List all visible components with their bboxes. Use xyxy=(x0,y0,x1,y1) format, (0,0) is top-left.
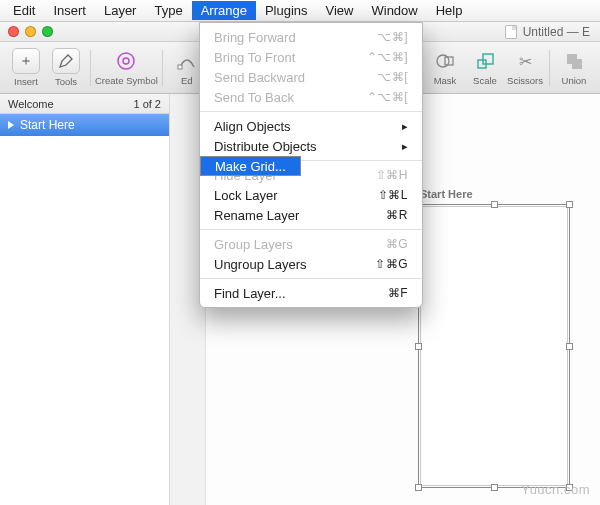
resize-handle-s[interactable] xyxy=(491,484,498,491)
svg-point-1 xyxy=(123,58,129,64)
menu-send-backward[interactable]: Send Backward⌥⌘[ xyxy=(200,67,422,87)
menu-view[interactable]: View xyxy=(317,1,363,20)
menu-align-objects[interactable]: Align Objects xyxy=(200,116,422,136)
mask-tool[interactable]: Mask xyxy=(425,44,465,92)
menu-arrange[interactable]: Arrange xyxy=(192,1,256,20)
menu-bring-to-front[interactable]: Bring To Front⌃⌥⌘] xyxy=(200,47,422,67)
resize-handle-ne[interactable] xyxy=(566,201,573,208)
symbol-icon xyxy=(115,50,137,72)
menu-distribute-objects[interactable]: Distribute Objects xyxy=(200,136,422,156)
mask-icon xyxy=(435,51,455,71)
minimize-window-button[interactable] xyxy=(25,26,36,37)
menu-shortcut: ⇧⌘G xyxy=(375,257,408,271)
insert-tool[interactable]: ＋ Insert xyxy=(6,44,46,92)
scale-icon xyxy=(475,51,495,71)
menu-rename-layer[interactable]: Rename Layer⌘R xyxy=(200,205,422,225)
menu-find-layer[interactable]: Find Layer...⌘F xyxy=(200,283,422,303)
tools-tool[interactable]: Tools xyxy=(46,44,86,92)
menu-item-label: Ungroup Layers xyxy=(214,257,307,272)
menu-item-label: Make Grid... xyxy=(215,159,286,174)
menu-separator xyxy=(200,278,422,279)
menu-shortcut: ⌃⌥⌘] xyxy=(367,50,408,64)
resize-handle-n[interactable] xyxy=(491,201,498,208)
menu-layer[interactable]: Layer xyxy=(95,1,146,20)
menu-separator xyxy=(200,111,422,112)
mask-label: Mask xyxy=(434,75,457,86)
scale-tool[interactable]: Scale xyxy=(465,44,505,92)
menu-insert[interactable]: Insert xyxy=(44,1,95,20)
window-controls xyxy=(8,26,53,37)
svg-rect-8 xyxy=(572,59,582,69)
menu-item-label: Bring Forward xyxy=(214,30,296,45)
menu-item-label: Group Layers xyxy=(214,237,293,252)
menu-shortcut: ⇧⌘H xyxy=(376,168,408,182)
union-tool[interactable]: Union xyxy=(554,44,594,92)
menu-plugins[interactable]: Plugins xyxy=(256,1,317,20)
menu-shortcut: ⌃⌥⌘[ xyxy=(367,90,408,104)
insert-label: Insert xyxy=(14,76,38,87)
vector-edit-icon xyxy=(177,51,197,71)
selection-outline xyxy=(418,204,570,488)
menu-help[interactable]: Help xyxy=(427,1,472,20)
menu-window[interactable]: Window xyxy=(362,1,426,20)
sidebar-page-count: 1 of 2 xyxy=(133,98,161,110)
menu-shortcut: ⌘R xyxy=(386,208,408,222)
menu-lock-layer[interactable]: Lock Layer⇧⌘L xyxy=(200,185,422,205)
sidebar-title: Welcome xyxy=(8,98,54,110)
window-title-text: Untitled — E xyxy=(523,25,590,39)
arrange-menu: Bring Forward⌥⌘] Bring To Front⌃⌥⌘] Send… xyxy=(199,22,423,308)
union-icon xyxy=(564,51,584,71)
menu-item-label: Find Layer... xyxy=(214,286,286,301)
plus-icon: ＋ xyxy=(19,52,33,70)
sidebar-header[interactable]: Welcome 1 of 2 xyxy=(0,94,169,114)
artboard-label[interactable]: Start Here xyxy=(420,188,473,200)
sidebar-item-label: Start Here xyxy=(20,118,75,132)
menu-item-label: Lock Layer xyxy=(214,188,278,203)
menu-shortcut: ⌥⌘] xyxy=(377,30,408,44)
scissors-icon: ✂ xyxy=(519,52,532,71)
document-icon xyxy=(505,25,517,39)
union-label: Union xyxy=(562,75,587,86)
create-symbol-label: Create Symbol xyxy=(95,75,158,86)
close-window-button[interactable] xyxy=(8,26,19,37)
svg-rect-2 xyxy=(178,65,182,69)
menu-item-label: Distribute Objects xyxy=(214,139,317,154)
menu-ungroup-layers[interactable]: Ungroup Layers⇧⌘G xyxy=(200,254,422,274)
svg-point-0 xyxy=(118,53,134,69)
menu-item-label: Align Objects xyxy=(214,119,291,134)
menu-edit[interactable]: Edit xyxy=(4,1,44,20)
scissors-tool[interactable]: ✂ Scissors xyxy=(505,44,545,92)
window-title: Untitled — E xyxy=(505,25,590,39)
sidebar-item-start-here[interactable]: Start Here xyxy=(0,114,169,136)
menu-make-grid[interactable]: Make Grid... xyxy=(200,156,301,176)
menu-shortcut: ⌘G xyxy=(386,237,408,251)
toolbar-separator xyxy=(162,50,163,86)
menu-shortcut: ⌘F xyxy=(388,286,408,300)
create-symbol-tool[interactable]: Create Symbol xyxy=(95,44,158,92)
menu-item-label: Rename Layer xyxy=(214,208,299,223)
watermark: Yuucn.com xyxy=(521,482,590,497)
menu-type[interactable]: Type xyxy=(145,1,191,20)
svg-rect-6 xyxy=(483,54,493,64)
menu-send-to-back[interactable]: Send To Back⌃⌥⌘[ xyxy=(200,87,422,107)
resize-handle-w[interactable] xyxy=(415,343,422,350)
disclosure-triangle-icon xyxy=(8,121,14,129)
pencil-icon xyxy=(58,53,74,69)
toolbar-separator xyxy=(549,50,550,86)
menu-group-layers[interactable]: Group Layers⌘G xyxy=(200,234,422,254)
resize-handle-sw[interactable] xyxy=(415,484,422,491)
scissors-label: Scissors xyxy=(507,75,543,86)
menu-item-label: Send To Back xyxy=(214,90,294,105)
menu-separator xyxy=(200,229,422,230)
toolbar-separator xyxy=(90,50,91,86)
zoom-window-button[interactable] xyxy=(42,26,53,37)
scale-label: Scale xyxy=(473,75,497,86)
menu-shortcut: ⌥⌘[ xyxy=(377,70,408,84)
sidebar: Welcome 1 of 2 Start Here xyxy=(0,94,170,505)
menu-shortcut: ⇧⌘L xyxy=(378,188,408,202)
edit-label: Ed xyxy=(181,75,193,86)
resize-handle-e[interactable] xyxy=(566,343,573,350)
menu-bar: Edit Insert Layer Type Arrange Plugins V… xyxy=(0,0,600,22)
menu-item-label: Bring To Front xyxy=(214,50,295,65)
menu-bring-forward[interactable]: Bring Forward⌥⌘] xyxy=(200,27,422,47)
